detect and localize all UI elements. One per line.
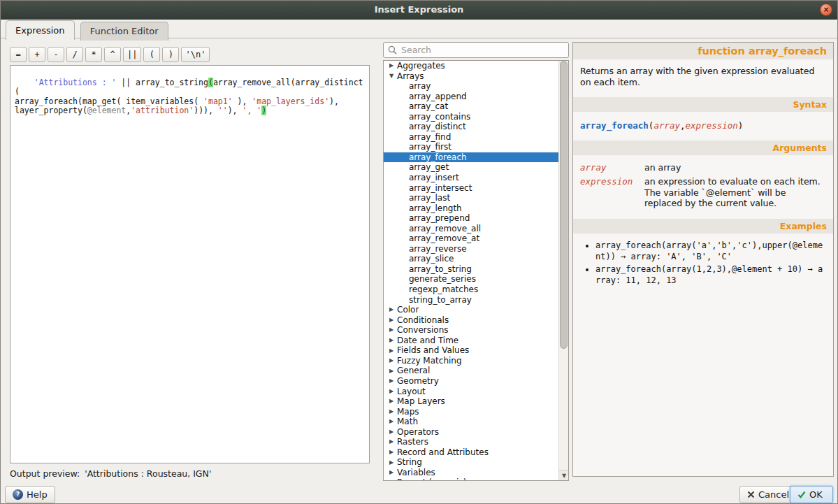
tree-item-label: array_slice (409, 254, 454, 264)
tree-item-arrays[interactable]: ▼Arrays (384, 71, 558, 82)
tree-item-array-foreach[interactable]: array_foreach (384, 152, 558, 163)
expand-arrow-icon[interactable]: ▶ (387, 427, 396, 438)
expand-arrow-icon[interactable]: ▶ (387, 346, 396, 357)
tree-scrollbar[interactable]: ▼ (558, 61, 568, 480)
argument-description: an expression to evaluate on each item. … (644, 176, 826, 209)
close-button[interactable]: × (820, 3, 832, 16)
tree-item-regexp-matches[interactable]: regexp_matches (384, 285, 558, 295)
cancel-button[interactable]: Cancel (739, 486, 797, 503)
tree-item-array-find[interactable]: array_find (384, 132, 558, 143)
syntax-header: Syntax (573, 97, 833, 112)
tree-item-geometry[interactable]: ▶Geometry (384, 376, 558, 387)
tree-item-array-append[interactable]: array_append (384, 92, 558, 102)
operator-button-plus[interactable]: + (29, 47, 45, 62)
operator-button-power[interactable]: ^ (104, 47, 121, 62)
tree-item-fields-and-values[interactable]: ▶Fields and Values (384, 345, 558, 356)
output-preview-label: Output preview: (10, 468, 80, 479)
tree-item-math[interactable]: ▶Math (384, 417, 558, 427)
expand-arrow-icon[interactable]: ▶ (387, 325, 396, 336)
tree-item-generate-series[interactable]: generate_series (384, 274, 558, 285)
tree-item-array-cat[interactable]: array_cat (384, 101, 558, 112)
expand-arrow-icon[interactable]: ▶ (387, 447, 396, 458)
tree-item-general[interactable]: ▶General (384, 366, 558, 376)
operator-button-close-paren[interactable]: ) (162, 47, 179, 62)
scrollbar-down-icon[interactable]: ▼ (559, 470, 569, 480)
tree-item-aggregates[interactable]: ▶Aggregates (384, 61, 558, 71)
expand-arrow-icon[interactable]: ▶ (387, 458, 396, 468)
tab-expression[interactable]: Expression (6, 20, 75, 40)
tree-item-array-reverse[interactable]: array_reverse (384, 244, 558, 254)
expand-arrow-icon[interactable]: ▶ (387, 305, 396, 315)
output-preview: Output preview:'Attributions : Rousteau,… (10, 468, 211, 479)
tree-item-array-remove-at[interactable]: array_remove_at (384, 233, 558, 244)
tree-item-array-contains[interactable]: array_contains (384, 112, 558, 122)
string-literal: 'map_layers_ids' (252, 96, 329, 106)
tree-item-rasters[interactable]: ▶Rasters (384, 437, 558, 447)
operator-button-newline[interactable]: '\n' (181, 47, 210, 62)
tree-item-operators[interactable]: ▶Operators (384, 427, 558, 438)
code-text: ), (228, 106, 243, 115)
expression-editor[interactable]: 'Attributions : ' || array_to_string(arr… (10, 65, 370, 463)
expand-arrow-icon[interactable]: ▶ (387, 356, 396, 366)
tree-item-record-and-attributes[interactable]: ▶Record and Attributes (384, 447, 558, 458)
tree-item-label: Math (397, 417, 418, 426)
tree-item-string[interactable]: ▶String (384, 457, 558, 468)
tree-item-array-prepend[interactable]: array_prepend (384, 213, 558, 224)
tree-item-label: array_reverse (409, 244, 467, 254)
operator-button-divide[interactable]: / (66, 47, 83, 62)
expand-arrow-icon[interactable]: ▶ (387, 396, 396, 407)
tree-item-label: Aggregates (397, 61, 445, 71)
tree-item-array-remove-all[interactable]: array_remove_all (384, 224, 558, 234)
tree-item-label: Conversions (397, 325, 449, 335)
titlebar: Insert Expression × (1, 1, 837, 20)
function-tree-rows: ▶Aggregates▼Arraysarrayarray_appendarray… (384, 61, 558, 481)
collapse-arrow-icon[interactable]: ▼ (387, 71, 396, 82)
expand-arrow-icon[interactable]: ▶ (387, 376, 396, 387)
tree-item-array-length[interactable]: array_length (384, 203, 558, 214)
operator-button-open-paren[interactable]: ( (143, 47, 160, 62)
tree-item-string-to-array[interactable]: string_to_array (384, 295, 558, 305)
tab-function-editor[interactable]: Function Editor (80, 22, 168, 41)
ok-button[interactable]: OK (790, 486, 833, 503)
expand-arrow-icon[interactable]: ▶ (387, 417, 396, 427)
tree-scrollbar-thumb[interactable] (560, 61, 568, 349)
tree-item-fuzzy-matching[interactable]: ▶Fuzzy Matching (384, 356, 558, 366)
tree-item-variables[interactable]: ▶Variables (384, 468, 558, 478)
collapse-arrow-icon[interactable]: ▼ (387, 478, 396, 481)
tree-item-conditionals[interactable]: ▶Conditionals (384, 315, 558, 326)
expand-arrow-icon[interactable]: ▶ (387, 315, 396, 326)
expand-arrow-icon[interactable]: ▶ (387, 336, 396, 346)
tree-item-array-slice[interactable]: array_slice (384, 254, 558, 264)
string-literal: 'Attributions : ' (34, 78, 117, 87)
help-button[interactable]: ? Help (5, 486, 55, 503)
tree-item-array-get[interactable]: array_get (384, 162, 558, 173)
tree-item-array-to-string[interactable]: array_to_string (384, 264, 558, 275)
operator-button-concat[interactable]: || (123, 47, 141, 62)
tree-item-layout[interactable]: ▶Layout (384, 387, 558, 397)
tree-item-label: array_length (409, 203, 462, 213)
tree-item-array-first[interactable]: array_first (384, 142, 558, 152)
tree-item-date-and-time[interactable]: ▶Date and Time (384, 336, 558, 346)
tree-item-recent-generic-[interactable]: ▼Recent (generic) (384, 477, 558, 481)
expand-arrow-icon[interactable]: ▶ (387, 366, 396, 377)
expand-arrow-icon[interactable]: ▶ (387, 61, 396, 71)
expand-arrow-icon[interactable]: ▶ (387, 468, 396, 478)
tree-item-array-distinct[interactable]: array_distinct (384, 122, 558, 132)
tree-item-array-intersect[interactable]: array_intersect (384, 183, 558, 194)
tree-item-array[interactable]: array (384, 81, 558, 92)
operator-button-multiply[interactable]: * (85, 47, 102, 62)
operator-button-minus[interactable]: - (48, 47, 64, 62)
tree-item-map-layers[interactable]: ▶Map Layers (384, 396, 558, 407)
operator-button-equals[interactable]: = (10, 47, 27, 62)
example-item: array_foreach(array('a','b','c'),upper(@… (595, 240, 826, 262)
tree-item-array-insert[interactable]: array_insert (384, 173, 558, 183)
tree-item-conversions[interactable]: ▶Conversions (384, 325, 558, 336)
search-input[interactable] (401, 45, 555, 55)
expand-arrow-icon[interactable]: ▶ (387, 387, 396, 397)
tree-item-color[interactable]: ▶Color (384, 305, 558, 315)
tree-item-maps[interactable]: ▶Maps (384, 407, 558, 417)
tree-item-array-last[interactable]: array_last (384, 193, 558, 203)
expand-arrow-icon[interactable]: ▶ (387, 407, 396, 417)
expand-arrow-icon[interactable]: ▶ (387, 437, 396, 447)
examples-header: Examples (573, 219, 833, 233)
